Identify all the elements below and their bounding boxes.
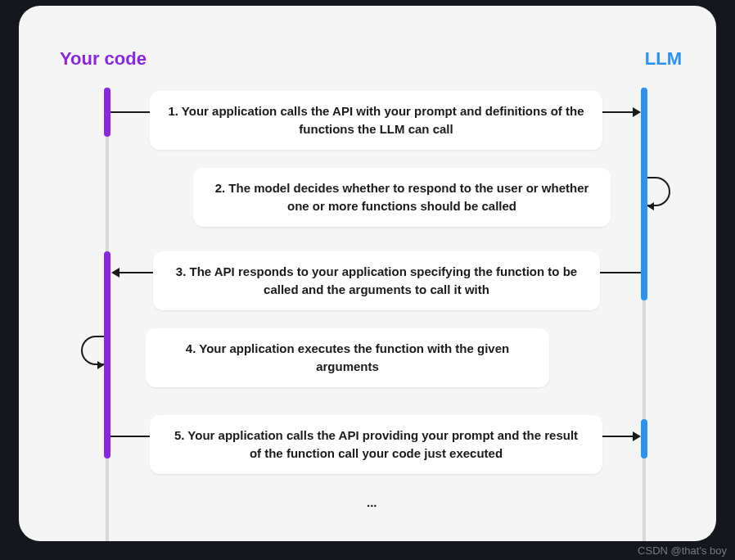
- arrow-line: [110, 436, 150, 437]
- activation-your-code-2: [104, 251, 110, 458]
- arrow-line: [602, 436, 634, 437]
- step-box-2: 2. The model decides whether to respond …: [193, 168, 611, 227]
- diagram-canvas: Your code LLM 1. Your application calls …: [19, 6, 716, 541]
- arrow-line: [600, 272, 641, 273]
- arrowhead-left-icon: [647, 202, 654, 210]
- step-box-5: 5. Your application calls the API provid…: [150, 415, 602, 474]
- arrowhead-right-icon: [633, 431, 641, 441]
- watermark-text: CSDN @that's boy: [638, 544, 727, 557]
- activation-your-code-1: [104, 88, 110, 137]
- activation-llm-1: [641, 88, 647, 300]
- arrowhead-right-icon: [97, 361, 104, 369]
- arrow-line: [602, 111, 634, 113]
- arrow-line: [110, 111, 150, 113]
- step-box-4: 4. Your application executes the functio…: [146, 328, 549, 387]
- activation-llm-2: [641, 419, 647, 458]
- arrowhead-right-icon: [633, 107, 641, 117]
- step-box-3: 3. The API responds to your application …: [153, 251, 600, 310]
- arrow-line: [119, 272, 153, 273]
- participant-llm: LLM: [645, 48, 682, 70]
- arrowhead-left-icon: [111, 268, 119, 278]
- ellipsis: ...: [367, 495, 377, 509]
- participant-your-code: Your code: [60, 48, 147, 70]
- step-box-1: 1. Your application calls the API with y…: [150, 91, 602, 150]
